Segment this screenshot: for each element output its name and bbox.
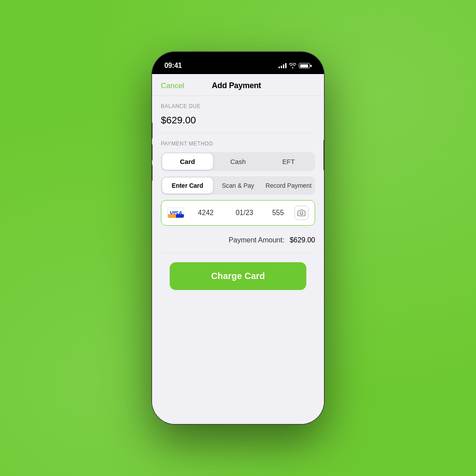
payment-amount-label: Payment Amount: (229, 236, 284, 244)
camera-icon (298, 209, 305, 217)
balance-due-value: $629.00 (161, 113, 315, 134)
payment-amount-row: Payment Amount: $629.00 (161, 233, 315, 253)
payment-method-section: PAYMENT METHOD Card Cash EFT Enter Card … (152, 134, 324, 290)
phone-frame: 09:41 Cancel Add Payment (152, 52, 324, 424)
screen: Cancel Add Payment BALANCE DUE $629.00 P… (152, 74, 324, 424)
card-cvv-input[interactable]: 555 (266, 209, 290, 217)
payment-method-eft-btn[interactable]: EFT (263, 153, 314, 170)
signal-icon (279, 63, 286, 68)
page-title: Add Payment (212, 81, 261, 90)
payment-method-card-btn[interactable]: Card (162, 153, 213, 170)
dynamic-island (212, 56, 264, 71)
card-expiry-input[interactable]: 01/23 (227, 209, 262, 217)
visa-logo: VISA (167, 208, 184, 218)
charge-card-button[interactable]: Charge Card (170, 262, 306, 290)
payment-method-label: PAYMENT METHOD (161, 134, 315, 150)
payment-method-segmented: Card Cash EFT (161, 152, 315, 171)
content-area: BALANCE DUE $629.00 PAYMENT METHOD Card … (152, 96, 324, 424)
payment-amount-value: $629.00 (290, 236, 315, 244)
camera-button[interactable] (294, 206, 309, 220)
balance-due-label: BALANCE DUE (161, 96, 315, 113)
battery-icon (299, 63, 312, 68)
payment-method-cash-btn[interactable]: Cash (213, 153, 264, 170)
enter-card-btn[interactable]: Enter Card (162, 178, 213, 193)
status-time: 09:41 (164, 62, 182, 70)
svg-point-0 (300, 212, 303, 215)
scan-pay-btn[interactable]: Scan & Pay (213, 178, 264, 193)
status-bar: 09:41 (152, 52, 324, 74)
card-method-segmented: Enter Card Scan & Pay Record Payment (161, 176, 315, 195)
record-payment-btn[interactable]: Record Payment (263, 178, 314, 193)
cancel-button[interactable]: Cancel (161, 82, 184, 90)
card-number-input[interactable]: 4242 (189, 209, 223, 217)
card-input-row: VISA 4242 01/23 555 (161, 200, 315, 226)
wifi-icon (289, 63, 296, 68)
balance-due-section: BALANCE DUE $629.00 (152, 96, 324, 134)
nav-bar: Cancel Add Payment (152, 74, 324, 96)
status-icons (279, 63, 312, 68)
